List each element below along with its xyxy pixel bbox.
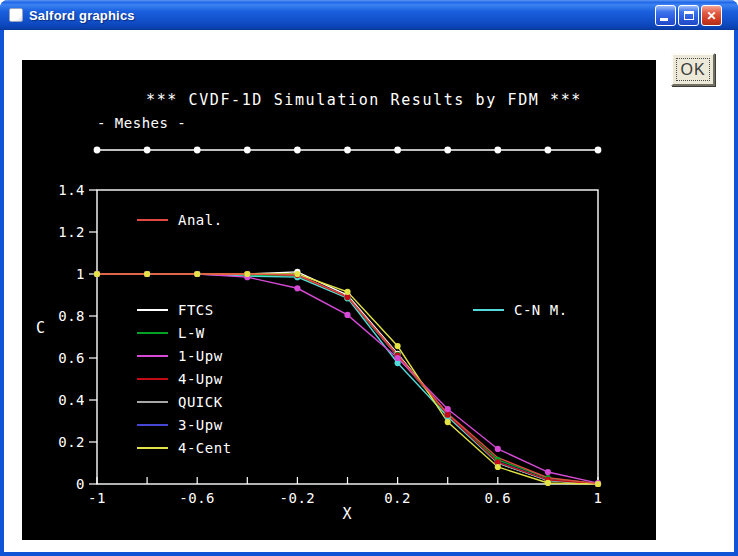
- legend-label-3-Upw: 3-Upw: [178, 417, 223, 433]
- series-marker-1-Upw: [545, 469, 551, 475]
- mesh-node-dot: [595, 147, 602, 154]
- legend-label-FTCS: FTCS: [178, 302, 214, 318]
- series-marker-4-Cent: [244, 271, 250, 277]
- legend-label-1-Upw: 1-Upw: [178, 348, 223, 364]
- y-tick-label: 0.4: [33, 392, 85, 408]
- x-axis-label: X: [342, 505, 351, 523]
- series-marker-4-Cent: [344, 289, 350, 295]
- maximize-button[interactable]: [678, 5, 699, 26]
- legend-swatch-Anal.: [137, 219, 168, 221]
- mesh-node-dot: [194, 147, 201, 154]
- y-tick-label: 0.8: [33, 308, 85, 324]
- titlebar[interactable]: Salford graphics ✕: [0, 0, 738, 30]
- series-marker-4-Upw: [445, 412, 451, 418]
- minimize-icon: [660, 18, 668, 21]
- legend-label-Anal.: Anal.: [178, 212, 223, 228]
- series-marker-1-Upw: [395, 355, 401, 361]
- series-marker-1-Upw: [344, 312, 350, 318]
- maximize-icon: [684, 11, 694, 20]
- x-tick-label: 1: [594, 490, 603, 506]
- legend-swatch-1-Upw: [137, 355, 168, 357]
- series-marker-4-Cent: [445, 419, 451, 425]
- mesh-label: - Meshes -: [97, 115, 186, 131]
- series-marker-4-Cent: [495, 464, 501, 470]
- window-controls: ✕: [655, 5, 722, 26]
- legend-swatch-L-W: [137, 332, 168, 334]
- legend-label-C-N M.: C-N M.: [514, 302, 568, 318]
- y-tick-label: 1.2: [33, 224, 85, 240]
- x-tick-label: -0.6: [179, 490, 215, 506]
- legend-swatch-FTCS: [137, 309, 168, 311]
- series-marker-1-Upw: [495, 446, 501, 452]
- minimize-button[interactable]: [655, 5, 676, 26]
- mesh-node-dot: [344, 147, 351, 154]
- mesh-node-dot: [294, 147, 301, 154]
- y-tick-label: 0.2: [33, 434, 85, 450]
- mesh-node-dot: [244, 147, 251, 154]
- chart-title: *** CVDF-1D Simulation Results by FDM **…: [146, 91, 582, 109]
- series-marker-1-Upw: [294, 285, 300, 291]
- client-area: *** CVDF-1D Simulation Results by FDM **…: [4, 30, 734, 552]
- legend-label-4-Cent: 4-Cent: [178, 440, 232, 456]
- y-tick-label: 0.6: [33, 350, 85, 366]
- mesh-node-dot: [94, 147, 101, 154]
- series-marker-1-Upw: [445, 406, 451, 412]
- window-title: Salford graphics: [29, 8, 135, 23]
- series-marker-4-Cent: [194, 271, 200, 277]
- x-tick-label: -0.2: [280, 490, 316, 506]
- close-icon: ✕: [706, 10, 716, 22]
- legend-label-QUICK: QUICK: [178, 394, 223, 410]
- y-tick-label: 0: [33, 476, 85, 492]
- legend-swatch-3-Upw: [137, 424, 168, 426]
- legend-swatch-4-Upw: [137, 378, 168, 380]
- mesh-node-dot: [444, 147, 451, 154]
- mesh-node-dot: [545, 147, 552, 154]
- mesh-node-dot: [144, 147, 151, 154]
- x-tick-label: 0.6: [484, 490, 511, 506]
- ok-button-label: OK: [676, 58, 710, 81]
- ok-button[interactable]: OK: [671, 53, 715, 86]
- mesh-node-dot: [394, 147, 401, 154]
- graphics-canvas: *** CVDF-1D Simulation Results by FDM **…: [22, 60, 656, 540]
- series-marker-4-Cent: [294, 271, 300, 277]
- legend-label-L-W: L-W: [178, 325, 205, 341]
- legend-swatch-QUICK: [137, 401, 168, 403]
- series-marker-4-Cent: [94, 271, 100, 277]
- x-tick-label: -1: [88, 490, 106, 506]
- legend-swatch-C-N M.: [473, 309, 504, 311]
- series-marker-4-Cent: [395, 343, 401, 349]
- plot-svg: [22, 60, 656, 540]
- app-icon: [9, 8, 23, 22]
- legend-swatch-4-Cent: [137, 447, 168, 449]
- y-tick-label: 1.4: [33, 182, 85, 198]
- close-button[interactable]: ✕: [701, 5, 722, 26]
- x-tick-label: 0.2: [384, 490, 411, 506]
- series-marker-4-Cent: [595, 481, 601, 487]
- y-tick-label: 1: [33, 266, 85, 282]
- series-marker-4-Cent: [144, 271, 150, 277]
- window: Salford graphics ✕ *** CVDF-1D Simulatio…: [0, 0, 738, 556]
- legend-label-4-Upw: 4-Upw: [178, 371, 223, 387]
- plot-frame: [97, 190, 598, 484]
- mesh-node-dot: [494, 147, 501, 154]
- series-marker-4-Cent: [545, 480, 551, 486]
